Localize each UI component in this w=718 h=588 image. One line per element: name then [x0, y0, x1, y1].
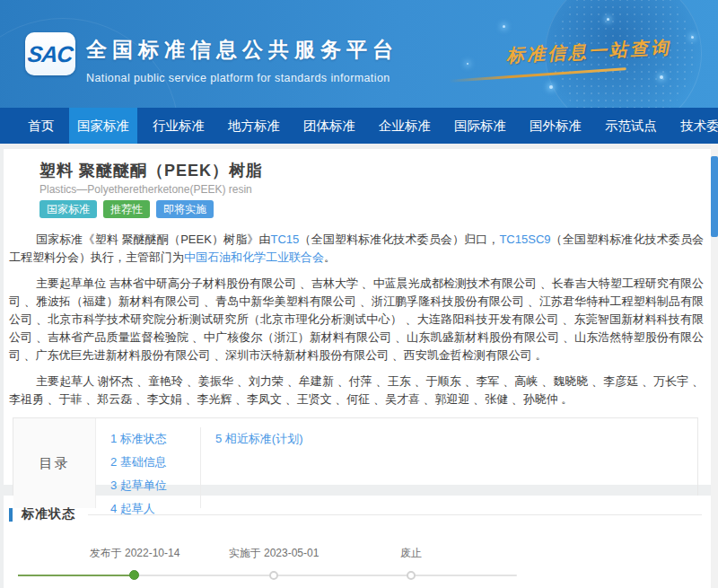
paragraph-committee-info: 国家标准《塑料 聚醚醚酮（PEEK）树脂》由TC15（全国塑料标准化技术委员会）… [9, 231, 704, 267]
site-header: SAC 全国标准信息公共服务平台 National public service… [0, 0, 718, 108]
timeline-completed-segment [18, 575, 135, 576]
site-title: 全国标准信息公共服务平台 [86, 36, 398, 64]
text-segment: （全国塑料标准化技术委员会）归口， [299, 233, 499, 246]
tag-upcoming-implementation: 即将实施 [156, 200, 214, 218]
nav-item-enterprise-standards[interactable]: 企业标准 [374, 108, 435, 144]
nav-item-international-standards[interactable]: 国际标准 [450, 108, 511, 144]
sac-logo-text: SAC [27, 41, 74, 67]
section-divider-line [88, 514, 702, 515]
standard-tags: 国家标准 推荐性 即将实施 [39, 200, 711, 218]
sparkle-dot [691, 36, 694, 39]
toc-link-standard-status[interactable]: 1 标准状态 [110, 427, 200, 451]
nav-item-local-standards[interactable]: 地方标准 [223, 108, 285, 144]
standard-detail-card: 塑料 聚醚醚酮（PEEK）树脂 Plastics—Polyetheretherk… [4, 149, 711, 485]
sparkle-dot [607, 18, 609, 21]
nav-item-home[interactable]: 首页 [23, 108, 58, 144]
link-competent-authority[interactable]: 中国石油和化学工业联合会 [184, 250, 324, 264]
sparkle-dot [549, 85, 553, 89]
timeline-label-published: 发布于 2022-10-14 [90, 546, 180, 561]
standard-title-cn: 塑料 聚醚醚酮（PEEK）树脂 [39, 162, 711, 180]
text-segment: 国家标准《塑料 聚醚醚酮（PEEK）树脂》由 [36, 233, 271, 246]
nav-item-national-standards[interactable]: 国家标准 [69, 108, 137, 144]
section-accent-bar [9, 508, 13, 522]
site-brand: 全国标准信息公共服务平台 National public service pla… [86, 36, 398, 84]
sparkle-dot [660, 75, 663, 79]
timeline-label-abolished: 废止 [400, 546, 422, 561]
page-scrollbar-track[interactable] [711, 144, 718, 588]
sparkle-dot [503, 25, 505, 28]
standard-header: 塑料 聚醚醚酮（PEEK）树脂 Plastics—Polyetheretherk… [4, 149, 711, 218]
nav-item-pilot-projects[interactable]: 示范试点 [600, 108, 661, 144]
tag-national-standard: 国家标准 [39, 200, 97, 218]
nav-item-technical-committees[interactable]: 技术委员会 [676, 108, 718, 144]
toc-columns: 1 标准状态 2 基础信息 3 起草单位 4 起草人 5 相近标准(计划) [96, 418, 380, 508]
toc-link-drafting-organizations[interactable]: 3 起草单位 [110, 474, 200, 497]
paragraph-drafters: 主要起草人 谢怀杰 、童艳玲 、姜振华 、刘力荣 、牟建新 、付萍 、王东 、于… [9, 373, 704, 408]
site-subtitle: National public service platform for sta… [86, 72, 398, 84]
text-segment: 。 [324, 250, 336, 264]
toc-column-2: 5 相近标准(计划) [200, 427, 380, 508]
tag-recommended: 推荐性 [103, 200, 150, 218]
timeline-dot-abolished [407, 571, 416, 580]
toc-label: 目录 [13, 418, 96, 508]
sparkle-dot [467, 63, 468, 65]
toc-link-similar-standards[interactable]: 5 相近标准(计划) [215, 427, 380, 451]
sac-logo[interactable]: SAC [25, 32, 75, 75]
status-timeline: 发布于 2022-10-14 实施于 2023-05-01 废止 [4, 544, 711, 588]
toc-link-basic-info[interactable]: 2 基础信息 [110, 451, 200, 474]
nav-item-foreign-standards[interactable]: 国外标准 [525, 108, 586, 144]
standard-description: 国家标准《塑料 聚醚醚酮（PEEK）树脂》由TC15（全国塑料标准化技术委员会）… [9, 231, 704, 408]
page-scrollbar-thumb[interactable] [711, 156, 718, 237]
toc-link-drafters[interactable]: 4 起草人 [110, 497, 200, 521]
link-tc15sc9[interactable]: TC15SC9 [499, 233, 550, 246]
nav-item-group-standards[interactable]: 团体标准 [299, 108, 360, 144]
paragraph-drafting-organizations: 主要起草单位 吉林省中研高分子材料股份有限公司 、吉林大学 、中蓝晨光成都检测技… [9, 275, 704, 364]
timeline-dot-implemented [269, 571, 278, 580]
main-nav: 首页 国家标准 行业标准 地方标准 团体标准 企业标准 国际标准 国外标准 示范… [0, 108, 718, 144]
status-section-title: 标准状态 [22, 506, 75, 522]
nav-item-industry-standards[interactable]: 行业标准 [148, 108, 209, 144]
link-tc15[interactable]: TC15 [271, 233, 300, 246]
standard-title-en: Plastics—Polyetheretherketone(PEEK) resi… [39, 183, 711, 196]
timeline-label-implemented: 实施于 2023-05-01 [229, 546, 320, 561]
toc-column-1: 1 标准状态 2 基础信息 3 起草单位 4 起草人 [96, 427, 200, 508]
timeline-dot-published [129, 570, 139, 580]
